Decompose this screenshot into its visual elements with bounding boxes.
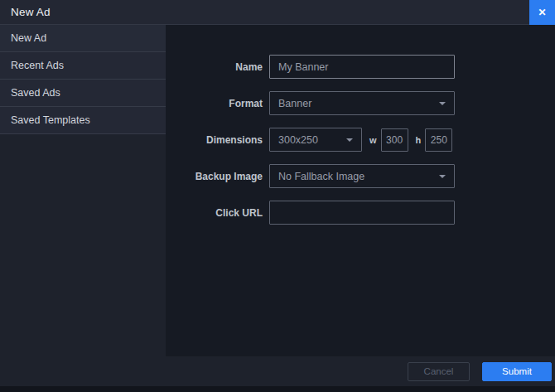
format-row: Format Banner xyxy=(171,91,555,115)
dimensions-preset-value: 300x250 xyxy=(278,134,346,146)
sidebar-item-saved-templates[interactable]: Saved Templates xyxy=(0,107,166,134)
format-label: Format xyxy=(171,98,263,109)
click-url-row: Click URL xyxy=(171,201,555,225)
new-ad-modal: New Ad ✕ New Ad Recent Ads Saved Ads Sav… xyxy=(0,0,555,386)
chevron-down-icon xyxy=(439,175,446,178)
backup-image-dropdown[interactable]: No Fallback Image xyxy=(269,164,455,188)
modal-footer: Cancel Submit xyxy=(0,356,555,386)
height-label: h xyxy=(416,135,422,145)
backup-image-label: Backup Image xyxy=(171,171,263,182)
close-button[interactable]: ✕ xyxy=(529,0,555,25)
close-icon: ✕ xyxy=(538,7,546,18)
backup-image-row: Backup Image No Fallback Image xyxy=(171,164,555,188)
click-url-input[interactable] xyxy=(269,201,455,225)
dimensions-label: Dimensions xyxy=(171,134,263,146)
sidebar-item-recent-ads[interactable]: Recent Ads xyxy=(0,52,166,80)
new-ad-form: Name Format Banner Dimensions 300x250 w … xyxy=(166,25,555,356)
submit-button[interactable]: Submit xyxy=(482,362,552,381)
format-dropdown[interactable]: Banner xyxy=(269,91,455,115)
modal-body: New Ad Recent Ads Saved Ads Saved Templa… xyxy=(0,25,555,356)
sidebar-item-new-ad[interactable]: New Ad xyxy=(0,25,166,52)
click-url-label: Click URL xyxy=(171,207,263,219)
sidebar-item-label: Saved Ads xyxy=(11,87,60,99)
modal-title: New Ad xyxy=(11,6,51,18)
name-row: Name xyxy=(171,55,555,79)
name-label: Name xyxy=(171,61,263,73)
chevron-down-icon xyxy=(346,138,353,142)
format-dropdown-value: Banner xyxy=(278,98,439,109)
backup-image-dropdown-value: No Fallback Image xyxy=(278,171,439,182)
sidebar-item-saved-ads[interactable]: Saved Ads xyxy=(0,80,166,107)
width-input[interactable] xyxy=(381,128,408,152)
name-input[interactable] xyxy=(269,55,455,79)
sidebar-item-label: New Ad xyxy=(11,32,46,44)
sidebar-item-label: Recent Ads xyxy=(11,60,64,71)
dimensions-preset-dropdown[interactable]: 300x250 xyxy=(269,128,362,152)
cancel-button[interactable]: Cancel xyxy=(408,362,470,381)
dimensions-row: Dimensions 300x250 w h xyxy=(171,128,555,152)
sidebar: New Ad Recent Ads Saved Ads Saved Templa… xyxy=(0,25,166,356)
modal-titlebar: New Ad ✕ xyxy=(0,0,555,25)
width-label: w xyxy=(369,135,377,145)
sidebar-item-label: Saved Templates xyxy=(11,114,90,126)
height-input[interactable] xyxy=(425,128,452,152)
chevron-down-icon xyxy=(439,102,446,105)
